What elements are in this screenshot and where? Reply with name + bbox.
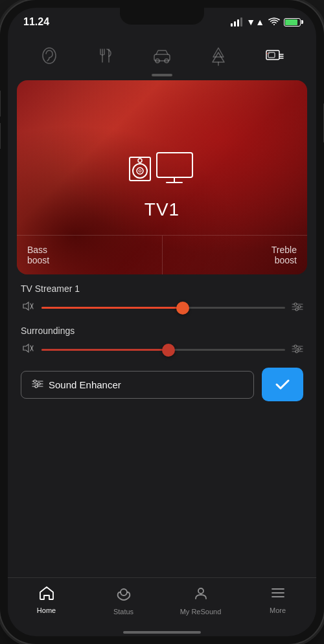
- tv-streamer-slider-row: [21, 300, 303, 315]
- tv-program-icon: [123, 135, 201, 193]
- wifi-icon: [268, 17, 280, 27]
- volume-up-button: [0, 91, 1, 117]
- svg-point-44: [121, 589, 127, 595]
- tab-home-label: Home: [37, 606, 56, 614]
- surroundings-adjust-icon[interactable]: [292, 344, 303, 355]
- card-background: TV1 Bassboost Trebleboost: [17, 80, 307, 274]
- notch: [120, 8, 204, 25]
- myresound-icon: [193, 586, 209, 605]
- tab-status[interactable]: Status: [85, 583, 162, 618]
- treble-boost-label: Trebleboost: [272, 245, 297, 265]
- tv-streamer-slider-group: TV Streamer 1: [21, 283, 303, 315]
- svg-point-36: [298, 348, 301, 350]
- controls-section: TV Streamer 1: [8, 274, 316, 577]
- svg-point-45: [198, 588, 203, 594]
- tab-myresound[interactable]: My ReSound: [162, 583, 239, 618]
- program-nature[interactable]: [202, 41, 235, 70]
- svg-point-9: [267, 53, 268, 54]
- status-icons: ▼▲: [231, 17, 301, 27]
- treble-boost-button[interactable]: Trebleboost: [163, 236, 308, 274]
- svg-point-29: [295, 308, 298, 311]
- tab-myresound-label: My ReSound: [180, 608, 222, 616]
- home-indicator: [123, 631, 201, 634]
- signal-icon: [231, 17, 242, 27]
- surroundings-slider[interactable]: [41, 344, 285, 357]
- action-row: Sound Enhancer: [21, 368, 303, 401]
- program-car[interactable]: [145, 41, 179, 70]
- tab-more[interactable]: More: [239, 583, 316, 618]
- scroll-indicator: [152, 74, 172, 76]
- svg-point-27: [294, 303, 297, 305]
- battery-icon: [284, 18, 301, 27]
- phone-screen: 11.24 ▼▲: [8, 8, 316, 636]
- tab-home[interactable]: Home: [8, 583, 85, 618]
- program-name-label: TV1: [145, 199, 179, 220]
- surroundings-mute-icon[interactable]: [21, 342, 35, 357]
- tv-streamer-adjust-icon[interactable]: [292, 302, 303, 313]
- svg-point-16: [137, 168, 143, 174]
- confirm-button[interactable]: [262, 368, 303, 401]
- tab-more-label: More: [270, 606, 286, 614]
- home-icon: [39, 586, 54, 604]
- status-icon: [116, 586, 132, 605]
- sound-enhancer-button[interactable]: Sound Enhancer: [21, 371, 254, 399]
- svg-rect-3: [154, 54, 170, 61]
- status-time: 11.24: [23, 16, 49, 28]
- svg-point-18: [138, 159, 142, 162]
- program-ear[interactable]: [32, 41, 66, 70]
- svg-point-41: [34, 380, 36, 383]
- svg-point-35: [294, 345, 297, 348]
- sound-enhancer-label: Sound Enhancer: [49, 379, 121, 390]
- svg-point-17: [139, 170, 141, 172]
- svg-rect-19: [157, 153, 192, 177]
- svg-point-15: [133, 164, 147, 178]
- tv-streamer-slider[interactable]: [41, 302, 285, 315]
- tv-icon-container: TV1: [123, 135, 201, 220]
- surroundings-slider-group: Surroundings: [21, 326, 303, 357]
- tab-status-label: Status: [113, 608, 133, 616]
- volume-down-button: [0, 123, 1, 149]
- boost-overlay: Bassboost Trebleboost: [17, 235, 307, 274]
- main-card: TV1 Bassboost Trebleboost: [17, 80, 307, 274]
- wifi-icon: ▼▲: [246, 17, 264, 27]
- tv-streamer-mute-icon[interactable]: [21, 300, 35, 315]
- program-icons-bar: [8, 36, 316, 72]
- tab-bar: Home Status: [8, 577, 316, 631]
- svg-point-37: [295, 350, 298, 353]
- svg-point-28: [298, 305, 301, 308]
- checkmark-icon: [272, 374, 293, 395]
- surroundings-label: Surroundings: [21, 326, 303, 336]
- eq-icon: [32, 379, 43, 390]
- phone-frame: 11.24 ▼▲: [0, 0, 324, 644]
- program-tv[interactable]: [258, 41, 292, 70]
- svg-point-43: [35, 385, 38, 388]
- bass-boost-button[interactable]: Bassboost: [17, 236, 163, 274]
- bass-boost-label: Bassboost: [27, 245, 49, 265]
- tv-streamer-label: TV Streamer 1: [21, 283, 303, 294]
- svg-point-42: [38, 383, 40, 385]
- surroundings-slider-row: [21, 342, 303, 357]
- program-restaurant[interactable]: [89, 41, 122, 70]
- svg-point-10: [269, 53, 270, 54]
- more-icon: [270, 586, 286, 604]
